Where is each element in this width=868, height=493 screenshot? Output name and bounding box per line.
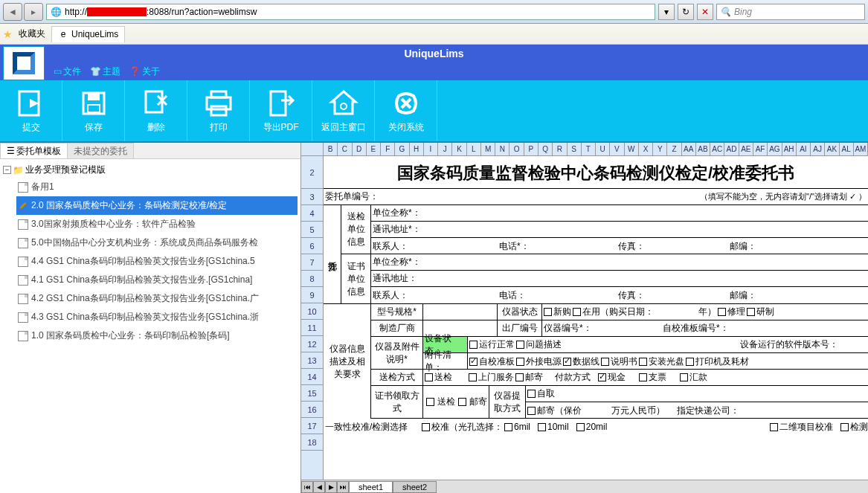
row-header-17[interactable]: 17	[301, 418, 323, 434]
col-header-L[interactable]: L	[467, 143, 481, 155]
col-header-AB[interactable]: AB	[696, 143, 710, 155]
sheet-prev[interactable]: ◀	[313, 481, 325, 493]
close-system-button[interactable]: 关闭系统	[375, 80, 437, 141]
checkbox-6mil[interactable]	[504, 423, 512, 431]
row-header-9[interactable]: 9	[301, 287, 323, 303]
checkbox-problem[interactable]	[516, 341, 524, 349]
col-header-AL[interactable]: AL	[840, 143, 854, 155]
row-header-5[interactable]: 5	[301, 222, 323, 238]
row-header-13[interactable]: 13	[301, 352, 323, 369]
col-header-O[interactable]: O	[509, 143, 524, 155]
sheet-last[interactable]: ⏭	[337, 481, 349, 493]
row-header-18[interactable]: 18	[301, 434, 323, 451]
menu-file[interactable]: ▭文件	[51, 65, 84, 78]
col-header-N[interactable]: N	[495, 143, 509, 155]
checkbox-manual[interactable]	[601, 358, 609, 366]
checkbox-send2[interactable]	[426, 398, 434, 406]
tree-item-3[interactable]: 5.0中国物品中心分支机构业务：系统成员商品条码服务检	[16, 233, 298, 252]
checkbox-power[interactable]	[516, 358, 524, 366]
checkbox-inuse[interactable]	[573, 308, 581, 316]
col-header-G[interactable]: G	[395, 143, 409, 155]
checkbox-10mil[interactable]	[538, 423, 546, 431]
back-button[interactable]: ◄	[3, 3, 22, 21]
tab-unsubmitted[interactable]: 未提交的委托	[67, 143, 134, 158]
forward-button[interactable]: ▸	[24, 3, 43, 21]
row-header-12[interactable]: 12	[301, 336, 323, 352]
col-header-Q[interactable]: Q	[539, 143, 553, 155]
row-header-16[interactable]: 16	[301, 402, 323, 418]
col-header-AF[interactable]: AF	[753, 143, 768, 155]
col-header-S[interactable]: S	[568, 143, 582, 155]
url-bar[interactable]: 🌐 http:// :8088/run?action=weblimsw	[46, 4, 655, 20]
col-header-AJ[interactable]: AJ	[811, 143, 825, 155]
col-header-B[interactable]: B	[324, 143, 338, 155]
favorites-star-icon[interactable]: ★	[3, 28, 13, 40]
checkbox-detect[interactable]	[840, 423, 849, 431]
checkbox-check[interactable]	[639, 373, 647, 381]
checkbox-cal[interactable]	[422, 423, 430, 431]
col-header-AM[interactable]: AM	[854, 143, 868, 155]
col-header-Y[interactable]: Y	[653, 143, 667, 155]
col-header-AE[interactable]: AE	[739, 143, 753, 155]
export-pdf-button[interactable]: 导出PDF	[250, 80, 312, 141]
save-button[interactable]: 保存	[62, 80, 125, 141]
checkbox-new[interactable]	[544, 308, 552, 316]
checkbox-cd[interactable]	[639, 358, 647, 366]
checkbox-20mil[interactable]	[576, 423, 585, 431]
refresh-button[interactable]: ↻	[678, 4, 694, 20]
col-header-C[interactable]: C	[338, 143, 352, 155]
col-header-H[interactable]: H	[410, 143, 424, 155]
row-header-4[interactable]: 4	[301, 205, 323, 222]
tree-item-5[interactable]: 4.1 GS1 China条码印制品检验英文报告业务.[GS1china]	[16, 271, 298, 289]
row-header-11[interactable]: 11	[301, 320, 323, 336]
sheet-first[interactable]: ⏮	[301, 481, 313, 493]
col-header-AC[interactable]: AC	[710, 143, 724, 155]
tree-item-2[interactable]: 3.0国家射频质检中心业务：软件产品检验	[16, 215, 298, 233]
col-header-F[interactable]: F	[381, 143, 395, 155]
print-button[interactable]: 打印	[187, 80, 250, 141]
tree-item-6[interactable]: 4.2 GS1 China条码印制品检验英文报告业务[GS1china.广	[16, 289, 298, 308]
sheet-next[interactable]: ▶	[325, 481, 337, 493]
menu-about[interactable]: ❓关于	[126, 65, 163, 78]
col-header-I[interactable]: I	[424, 143, 438, 155]
checkbox-calboard[interactable]	[469, 358, 478, 366]
row-header-15[interactable]: 15	[301, 385, 323, 402]
collapse-icon[interactable]: −	[3, 166, 11, 174]
row-header-10[interactable]: 10	[301, 303, 323, 320]
row-header-8[interactable]: 8	[301, 271, 323, 287]
checkbox-remit[interactable]	[680, 373, 688, 381]
tree-item-7[interactable]: 4.3 GS1 China条码印制品检验英文报告业务[GS1china.浙	[16, 308, 298, 326]
col-header-M[interactable]: M	[481, 143, 495, 155]
col-header-K[interactable]: K	[452, 143, 466, 155]
checkbox-normal[interactable]	[469, 341, 478, 349]
checkbox-door[interactable]	[469, 373, 477, 381]
corner-cell[interactable]	[301, 143, 324, 155]
submit-button[interactable]: 提交	[0, 80, 62, 141]
tree-item-0[interactable]: 备用1	[16, 178, 298, 196]
tab-template[interactable]: ☰ 委托单模板	[0, 143, 68, 158]
tree-item-4[interactable]: 4.4 GS1 China条码印制品检验英文报告业务[GS1china.5	[16, 252, 298, 271]
form-grid[interactable]: 国家条码质量监督检验中心条码检测仪检定/校准委托书 委托单编号： （填写不能为空…	[324, 156, 868, 480]
checkbox-printer[interactable]	[686, 358, 694, 366]
col-header-V[interactable]: V	[610, 143, 624, 155]
col-header-R[interactable]: R	[553, 143, 567, 155]
col-header-AD[interactable]: AD	[724, 143, 739, 155]
row-header-3[interactable]: 3	[301, 189, 323, 205]
checkbox-mail2[interactable]	[458, 398, 466, 406]
go-button[interactable]: ▾	[658, 4, 675, 20]
col-header-W[interactable]: W	[625, 143, 639, 155]
sheet-tab-1[interactable]: sheet1	[349, 481, 393, 493]
sheet-tab-2[interactable]: sheet2	[393, 481, 437, 493]
checkbox-repair[interactable]	[718, 308, 726, 316]
col-header-AG[interactable]: AG	[768, 143, 782, 155]
checkbox-trial[interactable]	[747, 308, 755, 316]
checkbox-send[interactable]	[425, 373, 433, 381]
col-header-D[interactable]: D	[353, 143, 367, 155]
favorites-label[interactable]: 收藏夹	[19, 28, 45, 40]
row-header-7[interactable]: 7	[301, 254, 323, 271]
row-header-6[interactable]: 6	[301, 238, 323, 254]
checkbox-mail3[interactable]	[527, 407, 536, 415]
col-header-AK[interactable]: AK	[825, 143, 839, 155]
search-bar[interactable]: 🔍 Bing	[716, 4, 865, 20]
checkbox-cable[interactable]	[563, 358, 571, 366]
